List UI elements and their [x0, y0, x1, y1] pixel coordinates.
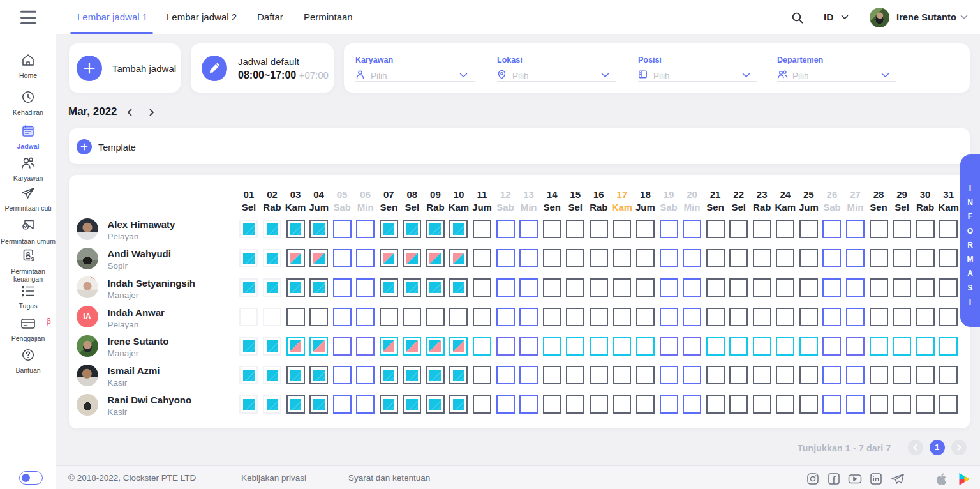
- svg-text:$: $: [31, 255, 35, 262]
